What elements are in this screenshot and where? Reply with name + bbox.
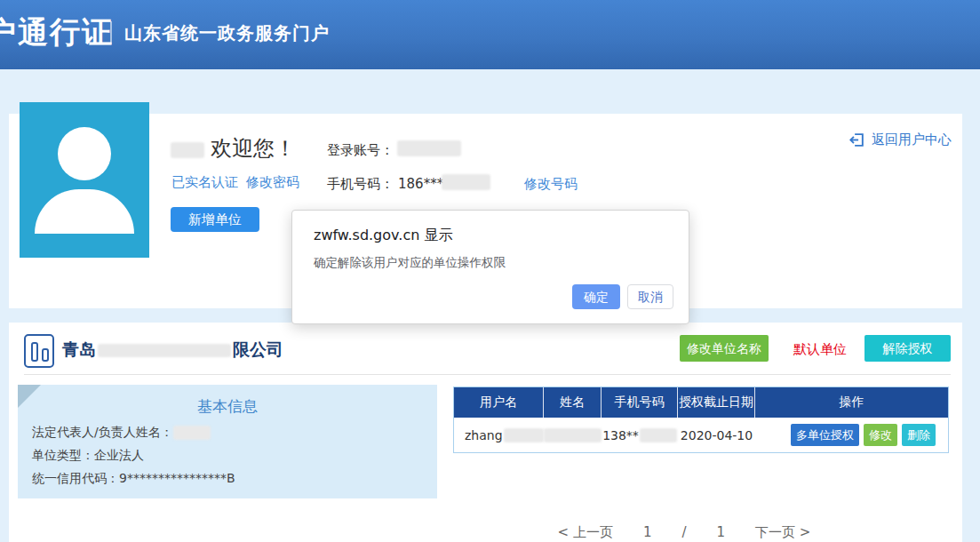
unit-type-row: 单位类型：企业法人: [32, 448, 144, 464]
col-phone: 手机号码: [602, 387, 678, 418]
user-avatar: [20, 102, 149, 258]
pagination: < 上一页 1 / 1 下一页 >: [435, 524, 933, 541]
col-actions: 操作: [755, 387, 948, 418]
company-divider: [24, 374, 951, 375]
return-user-center-link[interactable]: 返回用户中心: [849, 132, 952, 148]
brand-title: 户通行证: [0, 12, 114, 53]
redacted-legal-rep: [173, 426, 211, 440]
col-name: 姓名: [544, 387, 602, 418]
avatar-person-icon: [58, 127, 111, 180]
page-separator: /: [681, 524, 686, 541]
portal-title: 山东省统一政务服务门户: [124, 21, 330, 45]
total-pages: 1: [717, 524, 726, 541]
legal-rep-row: 法定代表人/负责人姓名：: [32, 425, 211, 441]
revoke-authorization-button[interactable]: 解除授权: [864, 335, 951, 362]
multi-unit-auth-button[interactable]: 多单位授权: [791, 424, 859, 446]
edit-unit-name-button[interactable]: 修改单位名称: [680, 335, 769, 362]
redacted-user-name: [171, 142, 204, 158]
redacted-row-phone: [640, 428, 677, 442]
add-unit-button[interactable]: 新增单位: [171, 207, 259, 232]
brand-divider: [110, 21, 112, 44]
basic-info-title: 基本信息: [18, 396, 437, 417]
redacted-company-name: [98, 344, 231, 357]
browser-alert-dialog: zwfw.sd.gov.cn 显示 确定解除该用户对应的单位操作权限 确定 取消: [291, 210, 689, 324]
cell-name: [544, 418, 602, 452]
delete-user-button[interactable]: 删除: [902, 424, 936, 446]
exit-arrow-icon: [849, 132, 865, 148]
change-phone-link[interactable]: 修改号码: [524, 176, 578, 193]
table-header-row: 用户名 姓名 手机号码 授权截止日期 操作: [454, 387, 948, 418]
dialog-message: 确定解除该用户对应的单位操作权限: [314, 255, 506, 271]
col-username: 用户名: [454, 387, 544, 418]
edit-user-button[interactable]: 修改: [864, 424, 897, 446]
company-name: 青岛限公司: [62, 339, 283, 362]
dialog-ok-button[interactable]: 确定: [572, 284, 620, 309]
organization-icon: [24, 334, 54, 368]
phone-label: 手机号码：: [327, 176, 394, 193]
basic-info-panel: 基本信息 法定代表人/负责人姓名： 单位类型：企业法人 统一信用代码：9****…: [18, 385, 437, 498]
cell-expiry: 2020-04-10: [678, 418, 755, 452]
page: 户通行证 山东省统一政务服务门户 欢迎您！ 登录账号： 已实名认证 修改密码 手…: [0, 0, 980, 542]
cell-username: zhang: [454, 418, 544, 452]
return-user-center-label: 返回用户中心: [872, 132, 952, 148]
dialog-title: zwfw.sd.gov.cn 显示: [314, 227, 452, 245]
redacted-phone: [442, 174, 490, 190]
table-row: zhang 138** 2020-04-10 多单位授权 修改 删除: [454, 418, 948, 452]
welcome-text: 欢迎您！: [211, 134, 296, 163]
next-page-button[interactable]: 下一页 >: [755, 524, 810, 541]
credit-code-row: 统一信用代码：9****************B: [32, 471, 235, 487]
col-expiry: 授权截止日期: [678, 387, 755, 418]
change-password-link[interactable]: 修改密码: [246, 174, 299, 191]
authorized-users-table: 用户名 姓名 手机号码 授权截止日期 操作 zhang 138** 2020-0…: [453, 387, 949, 453]
default-unit-link[interactable]: 默认单位: [793, 341, 847, 358]
realname-verified-link[interactable]: 已实名认证: [171, 174, 238, 191]
redacted-name: [544, 428, 602, 442]
prev-page-button[interactable]: < 上一页: [558, 524, 613, 541]
cell-phone: 138**: [602, 418, 678, 452]
dialog-cancel-button[interactable]: 取消: [627, 284, 673, 309]
login-account-label: 登录账号：: [327, 142, 394, 159]
current-page: 1: [643, 524, 652, 541]
redacted-username: [504, 428, 544, 442]
cell-actions: 多单位授权 修改 删除: [755, 418, 948, 452]
redacted-login-account: [397, 140, 461, 156]
app-header: 户通行证 山东省统一政务服务门户: [0, 0, 980, 69]
